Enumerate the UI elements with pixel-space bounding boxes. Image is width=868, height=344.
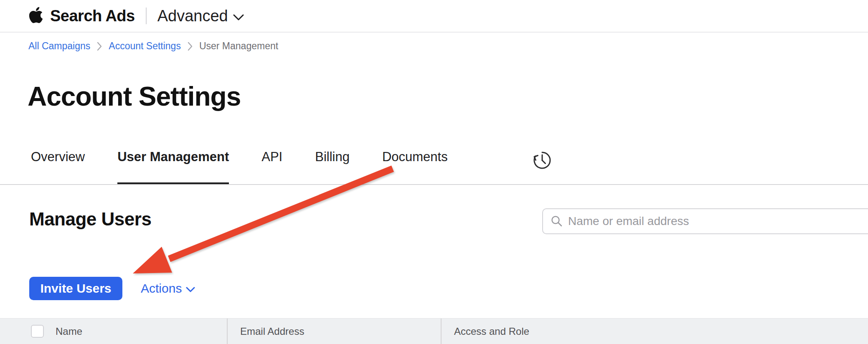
actions-menu-label: Actions	[141, 281, 182, 296]
tab-bar: Overview User Management API Billing Doc…	[31, 149, 448, 185]
apple-logo-icon	[28, 6, 43, 24]
tab-billing[interactable]: Billing	[315, 149, 350, 185]
actions-menu[interactable]: Actions	[141, 277, 195, 300]
tab-overview[interactable]: Overview	[31, 149, 85, 185]
column-header-name: Name	[56, 319, 82, 344]
breadcrumb-item-user-management: User Management	[199, 40, 278, 52]
manage-users-heading: Manage Users	[29, 209, 151, 230]
search-icon	[551, 215, 563, 228]
column-divider	[441, 319, 442, 344]
breadcrumb-separator-icon	[188, 42, 193, 51]
column-divider	[227, 319, 228, 344]
breadcrumb-item-account-settings[interactable]: Account Settings	[109, 40, 181, 52]
page-title: Account Settings	[28, 81, 241, 112]
user-search-field	[542, 208, 868, 234]
tab-user-management[interactable]: User Management	[117, 149, 229, 185]
brand-name: Search Ads	[50, 7, 135, 25]
advanced-product-menu[interactable]: Advanced	[157, 7, 244, 25]
search-input[interactable]	[568, 215, 868, 228]
select-all-checkbox[interactable]	[31, 325, 44, 338]
tab-api[interactable]: API	[261, 149, 282, 185]
tabs-divider	[0, 184, 868, 185]
chevron-down-icon	[186, 287, 195, 293]
column-header-email-address: Email Address	[240, 319, 304, 344]
breadcrumb-separator-icon	[97, 42, 102, 51]
breadcrumb: All Campaigns Account Settings User Mana…	[28, 40, 278, 52]
header-divider	[146, 8, 147, 24]
invite-users-button[interactable]: Invite Users	[29, 277, 122, 300]
users-table-header: Name Email Address Access and Role	[0, 318, 868, 344]
history-icon[interactable]	[531, 149, 553, 171]
tab-documents[interactable]: Documents	[382, 149, 448, 185]
column-header-access-and-role: Access and Role	[454, 319, 529, 344]
app-header: Search Ads Advanced	[0, 0, 868, 33]
chevron-down-icon	[233, 14, 244, 21]
account-settings-page: Search Ads Advanced All Campaigns Accoun…	[0, 0, 868, 344]
advanced-menu-label: Advanced	[157, 7, 228, 25]
breadcrumb-item-all-campaigns[interactable]: All Campaigns	[28, 40, 90, 52]
